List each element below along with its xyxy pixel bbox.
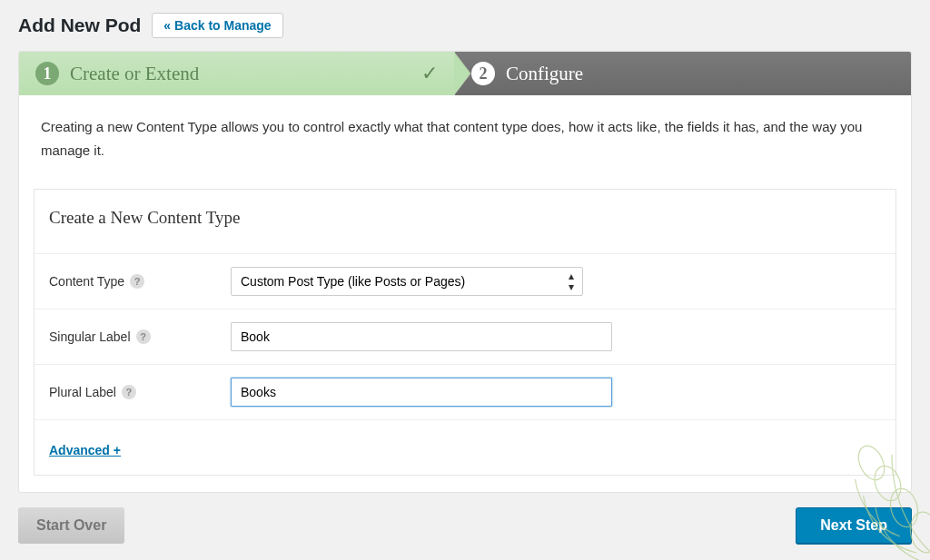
step-1-number: 1 xyxy=(35,62,59,85)
form-heading: Create a New Content Type xyxy=(35,190,895,253)
next-step-button[interactable]: Next Step xyxy=(796,507,912,544)
step-create-or-extend[interactable]: 1 Create or Extend ✓ xyxy=(19,52,455,95)
step-arrow-icon xyxy=(454,52,470,95)
back-to-manage-button[interactable]: « Back to Manage xyxy=(152,13,282,38)
page-title: Add New Pod xyxy=(18,15,141,36)
content-type-select[interactable]: Custom Post Type (like Posts or Pages) xyxy=(231,267,583,296)
plural-label-row: Plural Label ? xyxy=(35,364,895,419)
singular-label-text: Singular Label xyxy=(49,329,131,344)
content-type-label: Content Type xyxy=(49,274,124,289)
help-icon[interactable]: ? xyxy=(122,385,136,399)
step-configure[interactable]: 2 Configure xyxy=(455,52,911,95)
singular-label-row: Singular Label ? xyxy=(35,309,895,364)
step-2-label: Configure xyxy=(506,63,583,85)
intro-text: Creating a new Content Type allows you t… xyxy=(19,95,911,189)
singular-label-input[interactable] xyxy=(231,322,612,351)
wizard-steps: 1 Create or Extend ✓ 2 Configure xyxy=(19,52,911,95)
advanced-toggle-link[interactable]: Advanced + xyxy=(49,443,121,457)
help-icon[interactable]: ? xyxy=(136,329,151,344)
check-icon: ✓ xyxy=(421,62,438,85)
start-over-button[interactable]: Start Over xyxy=(18,507,124,544)
wizard-container: 1 Create or Extend ✓ 2 Configure Creatin… xyxy=(18,51,912,493)
plural-label-text: Plural Label xyxy=(49,385,116,399)
form-card: Create a New Content Type Content Type ?… xyxy=(34,189,896,476)
content-type-row: Content Type ? Custom Post Type (like Po… xyxy=(35,253,895,309)
help-icon[interactable]: ? xyxy=(130,274,144,289)
plural-label-input[interactable] xyxy=(231,378,612,407)
step-1-label: Create or Extend xyxy=(70,63,199,85)
step-2-number: 2 xyxy=(471,62,495,85)
